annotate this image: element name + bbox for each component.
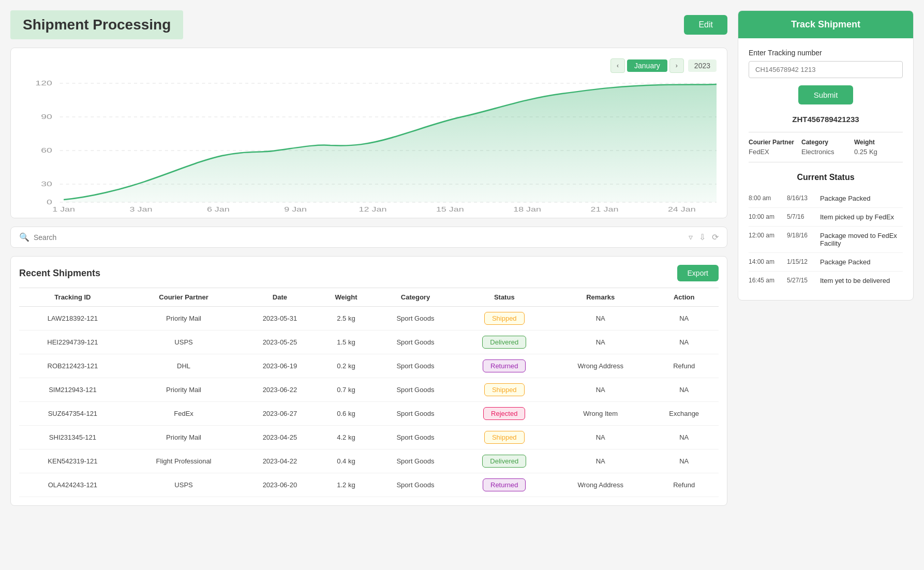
col-weight: Weight xyxy=(319,288,374,307)
edit-button[interactable]: Edit xyxy=(684,15,727,35)
cell-category: Sport Goods xyxy=(374,402,457,426)
svg-text:1 Jan: 1 Jan xyxy=(52,206,75,213)
cell-remarks: NA xyxy=(552,331,649,354)
timeline-time: 14:00 am xyxy=(749,258,785,265)
cell-action: NA xyxy=(649,449,719,473)
cell-weight: 4.2 kg xyxy=(319,426,374,449)
prev-month-button[interactable]: ‹ xyxy=(610,58,625,73)
status-badge: Returned xyxy=(483,359,526,372)
cell-category: Sport Goods xyxy=(374,307,457,331)
col-status: Status xyxy=(457,288,552,307)
refresh-icon[interactable]: ⟳ xyxy=(712,232,719,242)
search-icon: 🔍 xyxy=(19,232,29,242)
svg-text:90: 90 xyxy=(41,113,52,121)
cell-action: Refund xyxy=(649,354,719,378)
cell-courier: Priority Mail xyxy=(126,426,241,449)
cell-date: 2023-06-20 xyxy=(241,473,318,497)
cell-date: 2023-04-22 xyxy=(241,449,318,473)
month-label: January xyxy=(627,59,667,72)
weight-value: 0.25 Kg xyxy=(854,148,903,156)
timeline-date: 9/18/16 xyxy=(787,232,818,239)
search-icons: ▿ ⇩ ⟳ xyxy=(689,232,719,242)
next-month-button[interactable]: › xyxy=(669,58,684,73)
table-row: SHI231345-121 Priority Mail 2023-04-25 4… xyxy=(19,426,719,449)
cell-courier: Priority Mail xyxy=(126,307,241,331)
search-bar: 🔍 ▿ ⇩ ⟳ xyxy=(10,227,727,248)
cell-action: NA xyxy=(649,331,719,354)
col-remarks: Remarks xyxy=(552,288,649,307)
cell-courier: USPS xyxy=(126,473,241,497)
svg-text:21 Jan: 21 Jan xyxy=(591,206,619,213)
cell-courier: Flight Professional xyxy=(126,449,241,473)
cell-date: 2023-06-22 xyxy=(241,378,318,402)
cell-tracking-id: KEN542319-121 xyxy=(19,449,126,473)
table-row: HEI2294739-121 USPS 2023-05-25 1.5 kg Sp… xyxy=(19,331,719,354)
timeline-date: 8/16/13 xyxy=(787,194,818,202)
cell-status: Shipped xyxy=(457,378,552,402)
cell-date: 2023-05-25 xyxy=(241,331,318,354)
status-badge: Rejected xyxy=(483,407,525,420)
submit-button[interactable]: Submit xyxy=(798,85,854,104)
status-badge: Shipped xyxy=(484,312,525,325)
courier-col: Courier Partner FedEX xyxy=(749,139,797,156)
col-date: Date xyxy=(241,288,318,307)
cell-weight: 0.7 kg xyxy=(319,378,374,402)
cell-status: Shipped xyxy=(457,426,552,449)
cell-category: Sport Goods xyxy=(374,449,457,473)
cell-status: Shipped xyxy=(457,307,552,331)
timeline-desc: Item yet to be delivered xyxy=(820,277,903,284)
cell-category: Sport Goods xyxy=(374,473,457,497)
cell-tracking-id: SHI231345-121 xyxy=(19,426,126,449)
cell-tracking-id: HEI2294739-121 xyxy=(19,331,126,354)
table-title: Recent Shipments xyxy=(19,268,100,279)
cell-status: Delivered xyxy=(457,449,552,473)
track-body: Enter Tracking number Submit ZHT45678942… xyxy=(738,38,913,300)
courier-value: FedEX xyxy=(749,148,797,156)
table-row: SIM212943-121 Priority Mail 2023-06-22 0… xyxy=(19,378,719,402)
timeline-time: 8:00 am xyxy=(749,194,785,202)
timeline-item: 10:00 am 5/7/16 Item picked up by FedEx xyxy=(749,208,903,227)
table-header-row: Tracking ID Courier Partner Date Weight … xyxy=(19,288,719,307)
col-category: Category xyxy=(374,288,457,307)
cell-courier: FedEx xyxy=(126,402,241,426)
status-badge: Returned xyxy=(483,478,526,491)
month-nav: ‹ January › xyxy=(610,58,684,73)
cell-weight: 2.5 kg xyxy=(319,307,374,331)
svg-text:3 Jan: 3 Jan xyxy=(130,206,153,213)
weight-col: Weight 0.25 Kg xyxy=(854,139,903,156)
download-icon[interactable]: ⇩ xyxy=(699,232,706,242)
timeline-date: 1/15/12 xyxy=(787,258,818,265)
cell-courier: DHL xyxy=(126,354,241,378)
cell-courier: Priority Mail xyxy=(126,378,241,402)
category-col: Category Electronics xyxy=(801,139,850,156)
svg-text:60: 60 xyxy=(41,146,52,154)
search-input[interactable] xyxy=(34,233,689,242)
status-badge: Delivered xyxy=(482,336,526,349)
filter-icon[interactable]: ▿ xyxy=(689,232,693,242)
category-value: Electronics xyxy=(801,148,850,156)
cell-courier: USPS xyxy=(126,331,241,354)
chart-header: ‹ January › 2023 xyxy=(21,58,717,73)
cell-remarks: Wrong Address xyxy=(552,354,649,378)
timeline-item: 8:00 am 8/16/13 Package Packed xyxy=(749,189,903,208)
cell-action: NA xyxy=(649,378,719,402)
svg-text:15 Jan: 15 Jan xyxy=(436,206,464,213)
status-badge: Shipped xyxy=(484,383,525,396)
table-row: SUZ647354-121 FedEx 2023-06-27 0.6 kg Sp… xyxy=(19,402,719,426)
timeline-desc: Package Packed xyxy=(820,258,903,266)
tracking-number-input[interactable] xyxy=(749,61,903,78)
timeline-item: 16:45 am 5/27/15 Item yet to be delivere… xyxy=(749,272,903,290)
shipments-table: Tracking ID Courier Partner Date Weight … xyxy=(19,288,719,497)
col-action: Action xyxy=(649,288,719,307)
cell-category: Sport Goods xyxy=(374,331,457,354)
table-section: Recent Shipments Export Tracking ID Cour… xyxy=(10,256,727,506)
courier-label: Courier Partner xyxy=(749,139,797,146)
cell-weight: 1.5 kg xyxy=(319,331,374,354)
category-label: Category xyxy=(801,139,850,146)
timeline-time: 16:45 am xyxy=(749,277,785,284)
cell-action: NA xyxy=(649,307,719,331)
svg-text:18 Jan: 18 Jan xyxy=(513,206,541,213)
export-button[interactable]: Export xyxy=(677,265,719,281)
search-left: 🔍 xyxy=(19,232,689,242)
cell-date: 2023-06-27 xyxy=(241,402,318,426)
